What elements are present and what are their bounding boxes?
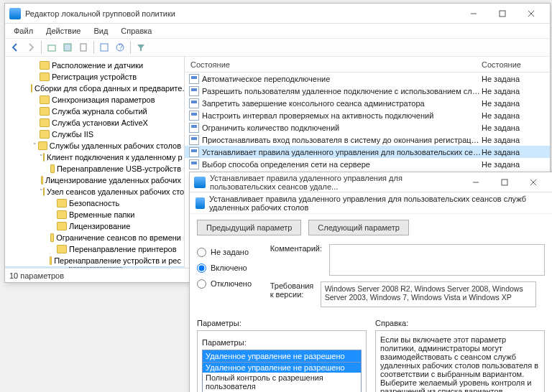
forward-button[interactable] (24, 40, 38, 55)
titlebar[interactable]: Редактор локальной групповой политики (5, 4, 550, 24)
tree-item[interactable]: Перенаправление устройств и рес (5, 255, 184, 266)
combo-label: Параметры: (202, 338, 362, 347)
params-combo[interactable]: Удаленное управление не разрешено Удален… (202, 350, 362, 392)
menu-file[interactable]: Файл (8, 25, 39, 37)
tree-item[interactable]: Лицензирование (5, 220, 184, 232)
close-button[interactable] (517, 4, 546, 23)
dialog-titlebar[interactable]: Устанавливает правила удаленного управле… (190, 172, 552, 192)
version-label: Требования к версии: (270, 281, 313, 306)
folder-icon (41, 176, 44, 185)
app-icon (9, 8, 21, 19)
setting-name: Выбор способа определения сети на сервер… (202, 160, 482, 169)
help-text: Если вы включаете этот параметр политики… (380, 335, 540, 392)
prev-setting-button[interactable]: Предыдущий параметр (197, 220, 301, 235)
tree-item[interactable]: Расположение и датчики (5, 60, 184, 71)
folder-icon (40, 130, 50, 139)
export-button[interactable] (76, 40, 91, 55)
version-text: Windows Server 2008 R2, Windows Server 2… (321, 281, 536, 307)
setting-row[interactable]: Выбор способа определения сети на сервер… (185, 158, 550, 170)
svg-rect-7 (101, 44, 108, 51)
tree-item[interactable]: ˅Клиент подключения к удаленному р (5, 151, 184, 163)
menu-help[interactable]: Справка (115, 25, 157, 37)
setting-state: Не задана (482, 75, 550, 83)
show-hide-tree-button[interactable] (60, 40, 75, 55)
setting-row[interactable]: Настроить интервал проверяемых на активн… (185, 109, 550, 121)
setting-row[interactable]: Запретить завершение консольного сеанса … (185, 97, 550, 109)
window-title: Редактор локальной групповой политики (25, 9, 459, 18)
up-button[interactable] (45, 40, 59, 55)
policy-dialog: Устанавливает правила удаленного управле… (189, 172, 552, 392)
tree-pane[interactable]: Расположение и датчикиРегистрация устрой… (5, 57, 185, 268)
column-header-state[interactable]: Состояние (482, 60, 550, 69)
setting-icon (189, 98, 199, 108)
folder-icon (40, 95, 50, 104)
tree-item[interactable]: Службы IIS (5, 129, 184, 140)
radio-enabled[interactable]: Включено (197, 260, 259, 276)
tree-label: Ограничение сеансов по времени (56, 233, 181, 242)
help-label: Справка: (375, 319, 545, 327)
setting-row[interactable]: Ограничить количество подключенийНе зада… (185, 121, 550, 134)
tree-item[interactable]: Служба журнала событий (5, 106, 184, 117)
setting-row[interactable]: Приостанавливать вход пользователя в сис… (185, 134, 550, 146)
next-setting-button[interactable]: Следующий параметр (308, 220, 409, 235)
setting-name: Настроить интервал проверяемых на активн… (202, 111, 482, 120)
setting-row[interactable]: Автоматическое переподключениеНе задана (185, 73, 550, 85)
setting-icon (189, 123, 199, 133)
setting-name: Устанавливает правила удаленного управле… (202, 148, 482, 157)
folder-icon (38, 141, 47, 150)
minimize-button[interactable] (459, 4, 488, 23)
dialog-close-button[interactable] (519, 173, 548, 192)
tree-item[interactable]: Служба установки ActiveX (5, 117, 184, 129)
setting-row[interactable]: Разрешить пользователям удаленное подклю… (185, 85, 550, 97)
refresh-button[interactable] (97, 40, 111, 55)
tree-item[interactable]: Регистрация устройств (5, 71, 184, 83)
tree-label: Подключения (69, 267, 122, 268)
maximize-button[interactable] (488, 4, 517, 23)
tree-item[interactable]: Сборки для сбора данных и предварите... (5, 83, 184, 94)
combo-option[interactable]: Полный контроль с разрешения пользовател… (203, 373, 361, 391)
filter-button[interactable] (134, 40, 148, 55)
help-button[interactable]: ? (113, 40, 127, 55)
column-header-name[interactable]: Состояние (185, 60, 482, 69)
tree-item[interactable]: Синхронизация параметров (5, 94, 184, 106)
dialog-minimize-button[interactable] (461, 173, 490, 192)
folder-icon (50, 164, 54, 173)
dialog-maximize-button[interactable] (490, 173, 519, 192)
radio-disabled[interactable]: Отключено (197, 276, 259, 291)
tree-item[interactable]: Временные папки (5, 209, 184, 220)
radio-not-configured[interactable]: Не задано (197, 244, 259, 260)
folder-icon (57, 199, 67, 207)
tree-item[interactable]: Перенаправление принтеров (5, 243, 184, 255)
params-label: Параметры: (197, 319, 367, 327)
dialog-title: Устанавливает правила удаленного управле… (210, 174, 461, 191)
svg-rect-6 (80, 44, 86, 51)
tree-item[interactable]: ˅Службы удаленных рабочих столов (5, 140, 184, 151)
svg-rect-1 (500, 11, 505, 17)
toolbar: ? (5, 38, 550, 57)
setting-row[interactable]: Устанавливает правила удаленного управле… (185, 146, 550, 158)
tree-item[interactable]: Перенаправление USB-устройств (5, 163, 184, 174)
tree-item[interactable]: Безопасность (5, 197, 184, 209)
tree-item[interactable]: ˅Узел сеансов удаленных рабочих сто (5, 186, 184, 197)
tree-label: Безопасность (69, 199, 119, 207)
back-button[interactable] (8, 40, 22, 55)
tree-item[interactable]: Лицензирование удаленных рабочих (5, 174, 184, 186)
tree-label: Клиент подключения к удаленному р (47, 153, 183, 162)
expand-toggle-icon[interactable]: ˅ (31, 142, 38, 149)
menu-view[interactable]: Вид (88, 25, 114, 37)
comment-field[interactable] (329, 244, 545, 276)
combo-selected[interactable]: Удаленное управление не разрешено (203, 350, 361, 362)
combo-option[interactable]: Удаленное управление не разрешено (203, 363, 361, 373)
tree-label: Лицензирование удаленных рабочих (45, 176, 181, 185)
tree-label: Перенаправление принтеров (69, 245, 177, 253)
tree-item[interactable]: Подключения (5, 266, 184, 268)
setting-state: Не задана (482, 111, 550, 120)
setting-name: Ограничить количество подключений (202, 123, 482, 132)
params-box: Параметры: Удаленное управление не разре… (197, 330, 367, 392)
setting-icon (189, 159, 199, 169)
folder-icon (43, 187, 45, 196)
tree-item[interactable]: Ограничение сеансов по времени (5, 232, 184, 243)
menu-action[interactable]: Действие (40, 25, 86, 37)
svg-text:?: ? (119, 42, 123, 51)
folder-icon (57, 210, 67, 219)
